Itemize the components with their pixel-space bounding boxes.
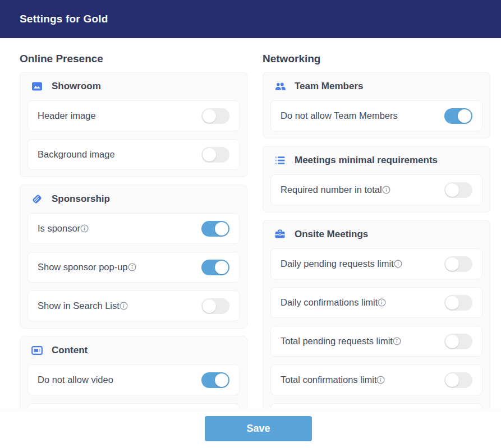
section-title: Content	[52, 345, 88, 356]
section-title: Team Members	[295, 81, 364, 92]
setting-row-partial	[270, 403, 482, 409]
info-icon[interactable]	[80, 224, 89, 233]
briefcase-icon	[274, 228, 286, 241]
section-content: ContentDo not allow video	[20, 336, 247, 409]
setting-row-do-not-allow-team-members: Do not allow Team Members	[270, 100, 482, 131]
setting-row-do-not-allow-video: Do not allow video	[27, 364, 240, 395]
layout-icon	[31, 344, 43, 357]
toggle-daily-confirmations-limit[interactable]	[444, 295, 472, 311]
column-networking: NetworkingTeam MembersDo not allow Team …	[263, 38, 490, 409]
toggle-knob	[445, 183, 459, 197]
setting-row-show-in-search-list: Show in Search List	[27, 290, 240, 321]
info-icon[interactable]	[128, 263, 136, 271]
info-icon[interactable]	[393, 337, 401, 345]
title-bar: Settings for Gold	[0, 0, 501, 38]
toggle-total-pending-requests-limit[interactable]	[444, 334, 472, 349]
section-header: Content	[27, 343, 240, 357]
page-title: Settings for Gold	[20, 13, 108, 25]
setting-row-show-sponsor-pop-up: Show sponsor pop-up	[27, 252, 240, 283]
info-icon[interactable]	[378, 298, 386, 307]
column-heading: Networking	[263, 52, 490, 66]
section-header: Meetings minimal requirements	[270, 153, 482, 167]
toggle-required-number-in-total[interactable]	[444, 182, 472, 198]
setting-row-required-number-in-total: Required number in total	[270, 174, 482, 205]
info-icon[interactable]	[119, 302, 128, 310]
section-onsite-meetings: Onsite MeetingsDaily pending requests li…	[263, 220, 490, 409]
info-icon[interactable]	[382, 186, 390, 194]
info-icon[interactable]	[376, 376, 385, 384]
section-header: Showroom	[27, 79, 240, 93]
column-online-presence: Online PresenceShowroomHeader imageBackg…	[20, 38, 247, 409]
footer-bar: Save	[0, 409, 501, 448]
section-header: Sponsorship	[27, 192, 240, 206]
setting-label: Show in Search List	[38, 301, 119, 311]
setting-label: Required number in total	[281, 184, 382, 195]
setting-label: Show sponsor pop-up	[38, 262, 128, 273]
setting-row-partial	[27, 403, 240, 409]
toggle-knob	[445, 257, 459, 271]
toggle-knob	[203, 109, 216, 123]
toggle-is-sponsor[interactable]	[201, 221, 229, 237]
toggle-total-confirmations-limit[interactable]	[444, 372, 472, 388]
toggle-show-sponsor-pop-up[interactable]	[201, 260, 229, 275]
toggle-do-not-allow-video[interactable]	[201, 372, 229, 388]
section-header: Team Members	[270, 79, 482, 93]
section-header: Onsite Meetings	[270, 227, 482, 241]
section-meetings-minimal-requirements: Meetings minimal requirementsRequired nu…	[263, 146, 490, 213]
toggle-header-image[interactable]	[201, 108, 229, 124]
section-showroom: ShowroomHeader imageBackground image	[20, 72, 247, 177]
handshake-icon	[31, 193, 43, 205]
section-sponsorship: SponsorshipIs sponsorShow sponsor pop-up…	[20, 184, 247, 329]
section-title: Meetings minimal requirements	[295, 155, 438, 166]
toggle-background-image[interactable]	[201, 147, 229, 163]
list-icon	[274, 154, 286, 167]
toggle-knob	[445, 373, 459, 387]
setting-row-header-image: Header image	[27, 100, 240, 131]
setting-row-total-confirmations-limit: Total confirmations limit	[270, 364, 482, 395]
save-button[interactable]: Save	[205, 416, 312, 441]
setting-label: Do not allow video	[38, 375, 113, 385]
setting-label: Header image	[38, 110, 96, 121]
setting-label: Do not allow Team Members	[281, 110, 398, 121]
column-heading: Online Presence	[20, 52, 247, 66]
setting-row-is-sponsor: Is sponsor	[27, 213, 240, 244]
section-title: Sponsorship	[52, 193, 110, 205]
section-title: Showroom	[52, 81, 101, 92]
toggle-do-not-allow-team-members[interactable]	[444, 108, 472, 124]
settings-content: Online PresenceShowroomHeader imageBackg…	[0, 38, 501, 409]
setting-label: Background image	[38, 149, 115, 160]
toggle-knob	[215, 373, 228, 387]
toggle-daily-pending-requests-limit[interactable]	[444, 256, 472, 272]
toggle-knob	[458, 109, 471, 123]
setting-label: Is sponsor	[38, 223, 80, 234]
section-title: Onsite Meetings	[295, 229, 368, 240]
setting-label: Total pending requests limit	[281, 336, 393, 347]
toggle-show-in-search-list[interactable]	[201, 298, 229, 314]
setting-label: Daily pending requests limit	[281, 258, 394, 269]
toggle-knob	[203, 148, 216, 161]
toggle-knob	[215, 261, 228, 274]
setting-label: Total confirmations limit	[281, 375, 376, 385]
setting-row-daily-pending-requests-limit: Daily pending requests limit	[270, 248, 482, 279]
setting-row-total-pending-requests-limit: Total pending requests limit	[270, 326, 482, 357]
image-icon	[31, 80, 43, 93]
team-icon	[274, 80, 286, 93]
setting-row-daily-confirmations-limit: Daily confirmations limit	[270, 287, 482, 318]
section-team-members: Team MembersDo not allow Team Members	[263, 72, 490, 138]
info-icon[interactable]	[394, 260, 402, 268]
toggle-knob	[445, 335, 459, 348]
setting-label: Daily confirmations limit	[281, 297, 378, 308]
toggle-knob	[203, 299, 216, 313]
setting-row-background-image: Background image	[27, 139, 240, 170]
toggle-knob	[215, 222, 228, 235]
toggle-knob	[445, 296, 459, 310]
